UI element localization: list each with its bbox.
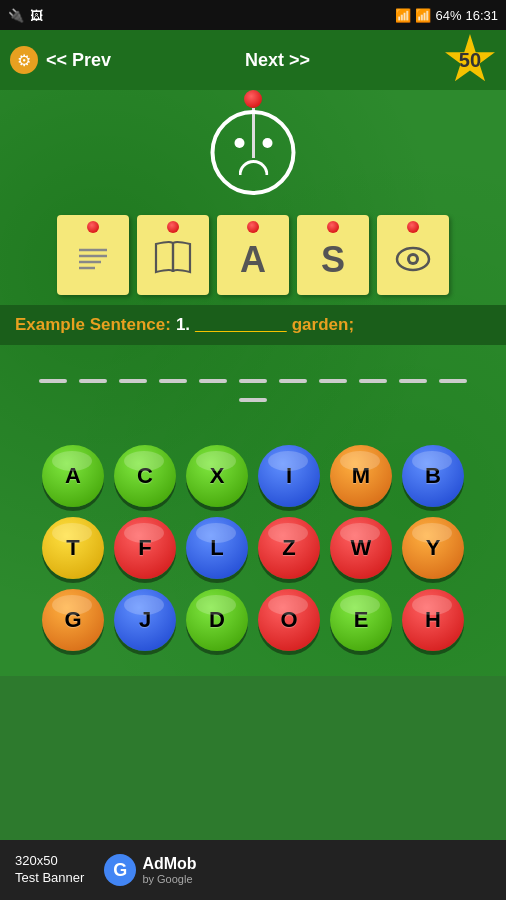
- key-L[interactable]: L: [186, 517, 248, 579]
- key-A[interactable]: A: [42, 445, 104, 507]
- key-row-1: A C X I M B: [15, 445, 491, 507]
- flashcard-2[interactable]: [137, 215, 209, 295]
- face-eyes: [234, 138, 272, 148]
- status-right: 📶 📶 64% 16:31: [395, 8, 498, 23]
- admob-g-icon: G: [104, 854, 136, 886]
- key-W[interactable]: W: [330, 517, 392, 579]
- ad-banner: 320x50 Test Banner G AdMob by Google: [0, 840, 506, 900]
- character-area: [0, 90, 506, 200]
- flashcard-5[interactable]: [377, 215, 449, 295]
- key-G[interactable]: G: [42, 589, 104, 651]
- nav-bar: ⚙ << Prev Next >> 50: [0, 30, 506, 90]
- dash-12: [239, 398, 267, 402]
- key-row-2: T F L Z W Y: [15, 517, 491, 579]
- flashcards-area: A S: [0, 205, 506, 305]
- game-area: A S Example Sentence: 1. ________ garden…: [0, 90, 506, 676]
- key-Z[interactable]: Z: [258, 517, 320, 579]
- sentence-end: garden;: [292, 315, 354, 335]
- answer-area: [0, 345, 506, 435]
- admob-name: AdMob: [142, 855, 196, 873]
- key-row-3: G J D O E H: [15, 589, 491, 651]
- key-X[interactable]: X: [186, 445, 248, 507]
- dash-7: [279, 379, 307, 383]
- usb-icon: 🔌: [8, 8, 24, 23]
- card-3-content: A: [240, 239, 266, 281]
- dash-2: [79, 379, 107, 383]
- dash-3: [119, 379, 147, 383]
- dash-6: [239, 379, 267, 383]
- key-B[interactable]: B: [402, 445, 464, 507]
- key-D[interactable]: D: [186, 589, 248, 651]
- flashcard-3[interactable]: A: [217, 215, 289, 295]
- key-M[interactable]: M: [330, 445, 392, 507]
- key-Y[interactable]: Y: [402, 517, 464, 579]
- key-F[interactable]: F: [114, 517, 176, 579]
- battery-level: 64%: [435, 8, 461, 23]
- time-display: 16:31: [465, 8, 498, 23]
- dash-4: [159, 379, 187, 383]
- sentence-blank: ________: [195, 315, 287, 335]
- card-1-content: [73, 236, 113, 283]
- wifi-icon: 📶: [395, 8, 411, 23]
- ad-info: 320x50 Test Banner: [15, 853, 84, 887]
- dash-5: [199, 379, 227, 383]
- card-4-content: S: [321, 239, 345, 281]
- signal-icon: 📶: [415, 8, 431, 23]
- right-eye: [262, 138, 272, 148]
- flashcard-4[interactable]: S: [297, 215, 369, 295]
- sad-face: [211, 110, 296, 195]
- dash-8: [319, 379, 347, 383]
- next-button[interactable]: Next >>: [245, 50, 310, 71]
- admob-by: by Google: [142, 873, 196, 885]
- svg-point-7: [410, 256, 416, 262]
- dash-11: [439, 379, 467, 383]
- key-E[interactable]: E: [330, 589, 392, 651]
- sad-mouth: [238, 160, 268, 175]
- dash-9: [359, 379, 387, 383]
- key-T[interactable]: T: [42, 517, 104, 579]
- image-icon: 🖼: [30, 8, 43, 23]
- card-5-content: [392, 237, 434, 282]
- left-eye: [234, 138, 244, 148]
- key-H[interactable]: H: [402, 589, 464, 651]
- key-J[interactable]: J: [114, 589, 176, 651]
- example-sentence: Example Sentence: 1. ________ garden;: [0, 305, 506, 345]
- flashcard-1[interactable]: [57, 215, 129, 295]
- ad-size: 320x50: [15, 853, 84, 870]
- prev-button[interactable]: << Prev: [46, 50, 111, 71]
- status-icons: 🔌 🖼: [8, 8, 43, 23]
- key-O[interactable]: O: [258, 589, 320, 651]
- dash-10: [399, 379, 427, 383]
- status-bar: 🔌 🖼 📶 📶 64% 16:31: [0, 0, 506, 30]
- admob-label: AdMob by Google: [142, 855, 196, 885]
- ad-logo: G AdMob by Google: [104, 854, 196, 886]
- keyboard-area: A C X I M B T F L Z W Y G J D O E H: [0, 435, 506, 676]
- sentence-number: 1.: [176, 315, 190, 335]
- key-C[interactable]: C: [114, 445, 176, 507]
- score-badge: 50: [444, 34, 496, 86]
- ad-text: Test Banner: [15, 870, 84, 887]
- sentence-label: Example Sentence:: [15, 315, 171, 335]
- card-2-content: [152, 236, 194, 283]
- settings-button[interactable]: ⚙: [10, 46, 38, 74]
- nav-left: ⚙ << Prev: [10, 46, 111, 74]
- dash-1: [39, 379, 67, 383]
- pin-ball: [244, 90, 262, 108]
- key-I[interactable]: I: [258, 445, 320, 507]
